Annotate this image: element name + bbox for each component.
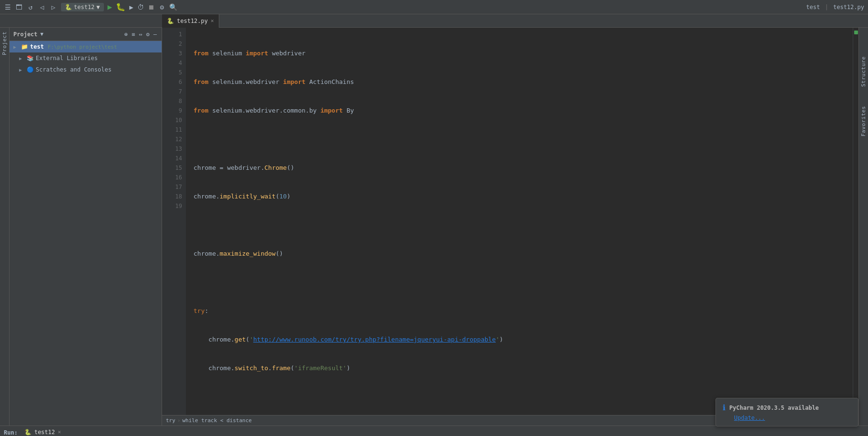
right-strip: Structure Favorites xyxy=(858,28,868,426)
favorites-label[interactable]: Favorites xyxy=(860,106,867,136)
project-dropdown[interactable]: 🐍 test12 ▼ xyxy=(61,3,104,11)
editor-area: 1234 5678 9101112 13141516 171819 from s… xyxy=(162,28,858,426)
window-icon[interactable]: 🗔 xyxy=(15,3,23,11)
scratches-icon: 🔵 xyxy=(27,66,34,73)
bottom-tab-test12[interactable]: 🐍 test12 ✕ xyxy=(20,426,66,436)
right-gutter xyxy=(853,28,858,415)
breadcrumb-sep: › xyxy=(177,417,181,424)
code-editor[interactable]: from selenium import webdriver from sele… xyxy=(186,28,853,415)
project-panel: Project ▼ ⊕ ≡ ⇔ ⚙ — ▶ 📁 test F:\python p… xyxy=(10,28,162,426)
notif-title-text: PyCharm 2020.3.5 available xyxy=(729,405,819,411)
back-icon[interactable]: ◁ xyxy=(38,3,46,11)
settings-panel-icon[interactable]: ⚙ xyxy=(145,30,151,39)
bottom-panel: Run: 🐍 test12 ✕ ▶ ↑ 🔧 ↓ ⬜ ⬛ 🖨 🗑 165 180 … xyxy=(0,426,868,436)
run-coverage-button[interactable]: ▶ xyxy=(129,3,133,11)
tree-arrow-extlibs: ▶ xyxy=(19,56,25,61)
run-label: Run: xyxy=(4,429,18,436)
panel-dropdown-icon[interactable]: ▼ xyxy=(41,31,44,37)
menu-icon[interactable]: ☰ xyxy=(4,3,11,11)
notif-title-row: ℹ PyCharm 2020.3.5 available xyxy=(723,403,851,412)
breadcrumb-try: try xyxy=(166,417,175,424)
locate-icon[interactable]: ⊕ xyxy=(123,30,129,39)
debug-button[interactable]: 🐛 xyxy=(116,2,125,11)
project-sidebar-label[interactable]: Project xyxy=(1,31,8,55)
minimize-panel-icon[interactable]: — xyxy=(153,30,158,39)
search-icon[interactable]: 🔍 xyxy=(170,3,177,11)
tree-arrow-scratches: ▶ xyxy=(19,67,25,73)
refresh-icon[interactable]: ↺ xyxy=(27,3,34,11)
panel-title: Project xyxy=(13,31,38,38)
notif-info-icon: ℹ xyxy=(723,403,725,412)
bottom-tabbar: Run: 🐍 test12 ✕ xyxy=(0,426,868,436)
run-tab-icon: 🐍 xyxy=(24,429,31,436)
gutter-mark-green xyxy=(854,31,858,34)
tab-test12[interactable]: 🐍 test12.py ✕ xyxy=(162,14,219,28)
tab-file-icon: 🐍 xyxy=(167,18,174,24)
tree-item-scratches[interactable]: ▶ 🔵 Scratches and Consoles xyxy=(10,64,162,75)
structure-label[interactable]: Structure xyxy=(860,56,867,87)
extlib-icon: 📚 xyxy=(27,55,34,62)
notification-popup: ℹ PyCharm 2020.3.5 available Update... xyxy=(715,398,858,426)
tree-path-test: F:\python project\test xyxy=(48,44,117,50)
run-tab-close[interactable]: ✕ xyxy=(58,429,61,435)
titlebar: ☰ 🗔 ↺ ◁ ▷ 🐍 test12 ▼ ▶ 🐛 ▶ ⏱ ⏹ ⚙ 🔍 test … xyxy=(0,0,868,14)
forward-icon[interactable]: ▷ xyxy=(50,3,57,11)
project-label: test xyxy=(806,4,820,10)
left-sidebar-strip: Project xyxy=(0,28,10,426)
file-label: test12.py xyxy=(833,4,864,10)
tree-item-external-libs[interactable]: ▶ 📚 External Libraries xyxy=(10,52,162,64)
line-numbers: 1234 5678 9101112 13141516 171819 xyxy=(162,28,186,415)
main-layout: Project Project ▼ ⊕ ≡ ⇔ ⚙ — ▶ 📁 test F:\… xyxy=(0,28,868,426)
tree-label-extlibs: External Libraries xyxy=(36,55,98,62)
code-container: 1234 5678 9101112 13141516 171819 from s… xyxy=(162,28,858,415)
stop-button[interactable]: ⏹ xyxy=(148,3,154,11)
separator: | xyxy=(825,3,828,10)
tab-label: test12.py xyxy=(177,18,208,24)
notif-update-link[interactable]: Update... xyxy=(734,415,765,421)
notif-link-row: Update... xyxy=(723,414,851,421)
expand-icon[interactable]: ⇔ xyxy=(138,30,143,39)
editor-tabbar: 🐍 test12.py ✕ xyxy=(0,14,868,28)
tree-arrow-test: ▶ xyxy=(13,44,19,50)
collapse-icon[interactable]: ≡ xyxy=(131,30,136,39)
profile-button[interactable]: ⏱ xyxy=(137,3,144,11)
run-button[interactable]: ▶ xyxy=(108,2,112,11)
settings-icon[interactable]: ⚙ xyxy=(158,3,166,11)
tree-label-test: test xyxy=(30,43,44,50)
tree-label-scratches: Scratches and Consoles xyxy=(36,66,112,73)
tab-close-icon[interactable]: ✕ xyxy=(211,18,214,24)
panel-header: Project ▼ ⊕ ≡ ⇔ ⚙ — xyxy=(10,28,162,41)
run-tab-label: test12 xyxy=(34,429,55,436)
breadcrumb-while: while track < distance xyxy=(183,417,252,424)
folder-icon: 📁 xyxy=(21,43,28,50)
tree-item-test[interactable]: ▶ 📁 test F:\python project\test xyxy=(10,41,162,52)
